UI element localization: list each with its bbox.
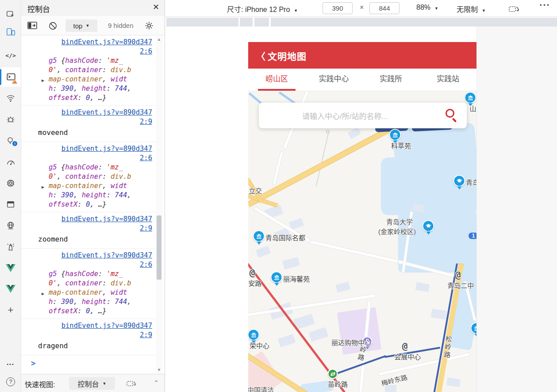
rotate-viewport-icon[interactable]	[508, 4, 520, 15]
map-marker[interactable]: @青岛二中	[458, 275, 464, 286]
map-marker[interactable]: 苗岭路	[333, 374, 343, 384]
tab-practice-station[interactable]: 实践站	[419, 69, 476, 91]
memory-icon[interactable]	[0, 174, 21, 192]
console-panel-icon[interactable]	[1, 67, 21, 87]
map-text-label: 路立交	[248, 186, 262, 195]
console-title: 控制台	[27, 3, 50, 14]
console-source-location-link[interactable]: 2:6	[21, 260, 152, 269]
quick-view-bar: 快速视图: 控制台 ▼ ⌃	[21, 374, 165, 392]
console-source-link[interactable]: bindEvent.js?v=890d347	[21, 38, 152, 47]
map-marker[interactable]: 荣中心	[254, 335, 265, 347]
vue-devtools-icon-2[interactable]	[0, 280, 21, 298]
device-emulation-icon[interactable]	[0, 23, 21, 41]
map-marker[interactable]: @安路	[252, 273, 258, 284]
more-options-icon[interactable]: • • •	[540, 2, 549, 8]
expand-triangle-icon[interactable]: ▶	[42, 182, 44, 192]
console-source-location-link[interactable]: 2:9	[21, 224, 152, 233]
console-prompt[interactable]: >	[21, 355, 156, 372]
mascot-icon	[277, 108, 286, 124]
console-source-location-link[interactable]: 2:9	[21, 117, 152, 127]
network-conditions-globe-icon[interactable]	[0, 217, 21, 234]
console-source-location-link[interactable]: 2:9	[21, 331, 152, 340]
throttling-selector[interactable]: 无限制 ▼	[457, 4, 486, 14]
more-tools-icon[interactable]: •••	[0, 355, 21, 373]
clear-console-icon[interactable]	[47, 20, 58, 31]
viewport-right-gutter	[476, 27, 557, 392]
performance-icon[interactable]	[0, 154, 21, 171]
map-marker[interactable]	[428, 227, 440, 238]
console-sidebar-toggle-icon[interactable]	[27, 20, 38, 31]
map-marker[interactable]: 青岛国际名都	[259, 237, 271, 249]
console-settings-gear-icon[interactable]	[143, 20, 155, 31]
media-query-segment[interactable]	[254, 18, 269, 27]
map-marker[interactable]: 科萃苑	[395, 135, 407, 147]
collapse-chevron-icon[interactable]: ⌃	[154, 380, 158, 386]
media-query-segment[interactable]	[166, 18, 238, 27]
recycle-badge-icon	[328, 369, 338, 379]
issues-lightbulb-icon[interactable]: i	[0, 132, 21, 150]
media-query-segment[interactable]	[240, 18, 253, 27]
map-marker[interactable]: 山东	[470, 98, 476, 110]
search-icon[interactable]	[446, 109, 454, 118]
map-marker[interactable]: 丽达购物中心	[367, 342, 377, 352]
console-message: zoomend	[38, 233, 156, 246]
chevron-down-icon: ▼	[434, 6, 438, 11]
media-query-segment[interactable]	[271, 18, 557, 27]
tab-laoshan[interactable]: 崂山区	[248, 69, 305, 91]
console-source-link[interactable]: bindEvent.js?v=890d347	[21, 321, 152, 331]
console-source-link[interactable]: bindEvent.js?v=890d347	[21, 108, 152, 117]
scrollbar-thumb[interactable]	[157, 215, 161, 280]
help-icon[interactable]: ?	[0, 373, 21, 391]
viewport-width-input[interactable]	[323, 2, 353, 14]
console-source-link[interactable]: bindEvent.js?v=890d347	[21, 251, 152, 260]
console-scrollbar[interactable]: ▲ ▼	[156, 36, 162, 373]
quick-view-selector[interactable]: 控制台 ▼	[69, 377, 115, 390]
console-source-location-link[interactable]: 2:6	[21, 47, 152, 56]
viewport-height-input[interactable]	[369, 2, 400, 14]
baidu-map[interactable]: 请输入中心/所/站的名称... 科萃苑山东青岛青岛国际名都@安路丽海馨苑@青岛二…	[248, 91, 476, 392]
close-icon[interactable]: ✕	[153, 2, 159, 12]
lighthouse-icon[interactable]	[0, 238, 21, 256]
expand-triangle-icon[interactable]: ▶	[42, 289, 44, 298]
context-label: top	[73, 22, 83, 30]
tab-practice-center[interactable]: 实践中心	[305, 69, 362, 91]
console-warning-badge	[12, 79, 17, 84]
map-marker-label: 青岛二中	[447, 281, 474, 290]
device-dimensions-selector[interactable]: 尺寸: iPhone 12 Pro ▼	[227, 4, 298, 14]
console-toolbar: top ▼ 9 hidden	[21, 16, 165, 35]
metro-station-icon: @	[455, 270, 461, 281]
hidden-messages-count[interactable]: 9 hidden	[108, 22, 134, 29]
vue-devtools-icon[interactable]	[0, 259, 21, 277]
map-marker[interactable]: 青岛	[459, 181, 471, 193]
map-text-label: 青岛大学	[386, 217, 413, 226]
map-search-bar[interactable]: 请输入中心/所/站的名称...	[259, 103, 467, 128]
school-pin-icon	[423, 220, 434, 232]
map-marker[interactable]: 1	[473, 236, 476, 243]
building-pin-icon	[389, 129, 401, 141]
console-message: dragend	[38, 340, 156, 352]
app-title: 文明地图	[268, 49, 307, 62]
console-source-link[interactable]: bindEvent.js?v=890d347	[21, 144, 152, 154]
tab-practice-institute[interactable]: 实践所	[362, 69, 419, 91]
map-marker-label: 荣中心	[250, 341, 269, 350]
metro-station-icon: @	[250, 268, 255, 278]
scrollbar-up-arrow[interactable]: ▲	[156, 36, 162, 43]
zoom-selector[interactable]: 88% ▼	[416, 4, 438, 12]
scrollbar-down-arrow[interactable]: ▼	[156, 367, 162, 373]
add-tool-icon[interactable]: +	[0, 301, 21, 319]
debugger-icon[interactable]	[0, 111, 21, 128]
map-marker-label: 会展中心	[394, 352, 421, 361]
console-context-selector[interactable]: top ▼	[65, 19, 97, 32]
console-source-location-link[interactable]: 2:6	[21, 154, 152, 163]
inspect-element-icon[interactable]	[0, 6, 21, 23]
map-marker[interactable]: 丽海馨苑	[277, 278, 288, 290]
expand-triangle-icon[interactable]: ▶	[42, 76, 44, 85]
network-icon[interactable]	[0, 89, 21, 107]
back-button[interactable]: 〈	[256, 49, 265, 62]
console-source-link[interactable]: bindEvent.js?v=890d347	[21, 215, 152, 224]
map-marker-label: 科萃苑	[391, 141, 411, 150]
application-icon[interactable]	[0, 196, 21, 213]
map-marker[interactable]: @会展中心	[405, 346, 411, 357]
elements-panel-icon[interactable]: </>	[0, 46, 21, 64]
rotate-device-icon[interactable]	[126, 378, 137, 389]
